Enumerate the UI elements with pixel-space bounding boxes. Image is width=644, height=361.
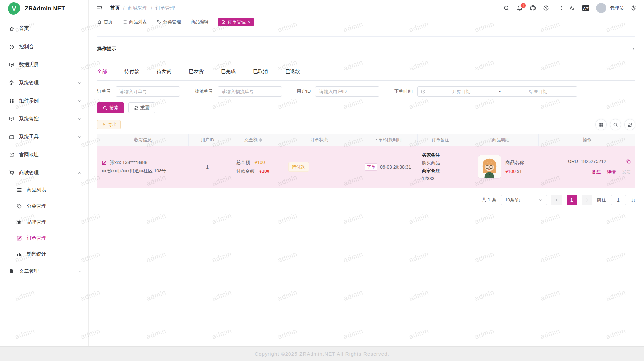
search-icon — [103, 106, 107, 110]
user-name[interactable]: 管理员 — [610, 5, 624, 11]
breadcrumb-home[interactable]: 首页 — [110, 5, 120, 11]
col-remark: 订单备注 — [418, 134, 463, 146]
sidebar-item-datascreen[interactable]: 数据大屏 — [0, 56, 88, 74]
status-tab-all[interactable]: 全部 — [97, 69, 107, 80]
export-button[interactable]: 导出 — [97, 120, 121, 129]
order-time-label: 下单时间 — [394, 89, 413, 94]
help-icon[interactable] — [543, 5, 549, 11]
shipping-no-input[interactable] — [218, 86, 282, 97]
tab-product-list[interactable]: 商品列表 — [122, 19, 147, 25]
prev-page-button[interactable] — [551, 195, 562, 205]
sidebar-item-orders[interactable]: 订单管理 — [0, 230, 88, 246]
col-product: 商品明细 — [463, 134, 539, 146]
sidebar-item-home[interactable]: 首页 — [0, 20, 88, 38]
status-tab-refunded[interactable]: 已退款 — [285, 69, 300, 80]
chevron-left-icon — [555, 198, 559, 202]
tag-bar: 首页 商品列表 分类管理 商品编辑 订单管理 × — [89, 16, 644, 28]
product-image[interactable] — [478, 155, 501, 178]
sidebar-item-articles[interactable]: 文章管理 — [0, 262, 88, 280]
order-status-tabs: 全部 待付款 待发货 已发货 已完成 已取消 已退款 — [97, 61, 635, 81]
goto-page-input[interactable] — [611, 195, 626, 205]
breadcrumb-orders[interactable]: 订单管理 — [155, 5, 175, 11]
sidebar-item-sales-stats[interactable]: 销售统计 — [0, 246, 88, 262]
sidebar-item-monitor[interactable]: 系统监控 — [0, 110, 88, 128]
col-receiver: 收货信息 — [97, 134, 189, 146]
edit-address-icon[interactable] — [102, 160, 107, 165]
columns-toggle-button[interactable] — [595, 119, 607, 130]
tab-label: 首页 — [104, 19, 113, 25]
sidebar-item-website[interactable]: 官网地址 — [0, 146, 88, 164]
sidebar-item-product-list[interactable]: 商品列表 — [0, 182, 88, 198]
sidebar-item-label: 系统监控 — [19, 116, 39, 122]
fullscreen-icon[interactable] — [556, 5, 562, 11]
sidebar-item-label: 商城管理 — [19, 170, 39, 176]
orders-table: 收货信息 用户ID 总金额 订单状态 下单/付款时间 订单备注 商品明细 操作 — [97, 134, 635, 188]
sidebar: V ZRAdmin.NET 首页 控制台 数据大屏 系统管理 — [0, 0, 89, 346]
status-tab-unshipped[interactable]: 待发货 — [157, 69, 171, 80]
remark-action-link[interactable]: 备注 — [592, 169, 601, 175]
page-number-current[interactable]: 1 — [567, 195, 577, 205]
next-page-button[interactable] — [582, 195, 592, 205]
sidebar-item-components[interactable]: 组件示例 — [0, 92, 88, 110]
grid-icon — [9, 98, 14, 104]
close-icon[interactable]: × — [248, 20, 251, 25]
sidebar-item-label: 数据大屏 — [19, 62, 39, 68]
tab-category[interactable]: 分类管理 — [157, 19, 181, 25]
status-tab-unpaid[interactable]: 待付款 — [124, 69, 139, 80]
sidebar-item-mall[interactable]: 商城管理 — [0, 164, 88, 182]
total-count: 共 1 条 — [482, 197, 496, 203]
tab-product-edit[interactable]: 商品编辑 — [191, 19, 208, 25]
settings-gear-icon[interactable] — [631, 5, 637, 11]
notification-bell[interactable]: 1 — [517, 5, 523, 11]
buyer-remark: 购买商品 — [422, 159, 463, 167]
tab-orders-active[interactable]: 订单管理 × — [218, 18, 254, 26]
chevron-down-icon — [78, 81, 82, 85]
refresh-table-button[interactable] — [624, 119, 635, 130]
detail-action-link[interactable]: 详情 — [607, 169, 616, 175]
search-icon[interactable] — [504, 5, 510, 11]
cell-actions: ORD_1825275212 备注 详情 发货 — [539, 146, 635, 188]
github-icon[interactable] — [530, 5, 536, 11]
end-date-input[interactable] — [503, 89, 574, 94]
amount-sort[interactable]: 总金额 — [245, 137, 262, 143]
ship-action-link: 发货 — [622, 169, 631, 175]
sidebar-item-category[interactable]: 分类管理 — [0, 198, 88, 214]
language-icon[interactable]: A文 — [582, 5, 589, 11]
show-search-button[interactable] — [610, 119, 621, 130]
sidebar-item-brand[interactable]: 品牌管理 — [0, 214, 88, 230]
tips-collapse-panel[interactable]: 操作提示 — [97, 36, 635, 61]
gauge-icon — [9, 44, 14, 50]
grid-icon — [599, 122, 604, 127]
sidebar-item-system[interactable]: 系统管理 — [0, 74, 88, 92]
goto-label: 前往 — [597, 197, 606, 203]
order-no-input[interactable] — [116, 86, 180, 97]
sidebar-item-console[interactable]: 控制台 — [0, 38, 88, 56]
sidebar-collapse-icon[interactable] — [97, 5, 103, 11]
breadcrumb-mall[interactable]: 商城管理 — [128, 5, 147, 11]
chevron-down-icon — [78, 270, 82, 273]
sidebar-item-label: 商品列表 — [27, 187, 46, 193]
font-size-icon[interactable] — [569, 5, 575, 11]
date-range-picker[interactable]: - — [417, 86, 577, 97]
star-icon — [16, 219, 22, 225]
receiver-name: 张xxx 138****8888 — [110, 158, 147, 167]
reset-button[interactable]: 重置 — [128, 102, 155, 113]
status-tab-shipped[interactable]: 已发货 — [189, 69, 204, 80]
sidebar-item-label: 控制台 — [19, 44, 34, 50]
user-id-input[interactable] — [315, 86, 379, 97]
page-size-select[interactable]: 10条/页 — [501, 195, 547, 205]
cell-receiver: 张xxx 138****8888 xx省/xx市/xxx街道xx社区 108号 — [97, 146, 189, 188]
tab-home[interactable]: 首页 — [97, 19, 113, 25]
status-tab-completed[interactable]: 已完成 — [221, 69, 236, 80]
avatar[interactable] — [596, 3, 606, 13]
search-button[interactable]: 搜索 — [97, 102, 124, 113]
status-tab-cancelled[interactable]: 已取消 — [253, 69, 268, 80]
brand-logo[interactable]: V ZRAdmin.NET — [0, 0, 88, 17]
tab-label: 订单管理 — [228, 19, 246, 25]
start-date-input[interactable] — [426, 89, 497, 94]
copy-icon[interactable] — [626, 159, 631, 164]
sidebar-item-tools[interactable]: 系统工具 — [0, 128, 88, 146]
col-status: 订单状态 — [280, 134, 358, 146]
sidebar-submenu-mall: 商品列表 分类管理 品牌管理 订单管理 销售统计 — [0, 182, 88, 262]
edit-icon — [221, 20, 226, 24]
